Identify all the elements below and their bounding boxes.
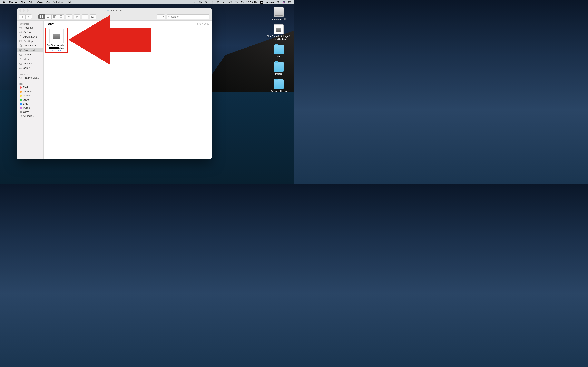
finder-sidebar: Favourites Recents AirDrop Applications …: [17, 21, 44, 159]
sidebar-item-admin[interactable]: admin: [17, 66, 43, 70]
tag-dot-icon: [20, 86, 22, 89]
time-machine-icon[interactable]: [205, 1, 208, 4]
app-name[interactable]: Finder: [9, 1, 17, 4]
menu-window[interactable]: Window: [53, 1, 63, 4]
sidebar-section-locations: Locations: [17, 72, 43, 76]
sidebar-item-recents[interactable]: Recents: [17, 25, 43, 30]
home-icon: [19, 67, 22, 70]
creative-cloud-icon[interactable]: [199, 1, 202, 4]
sidebar-tag-gray[interactable]: Gray: [17, 110, 43, 114]
sidebar-tag-purple[interactable]: Purple: [17, 106, 43, 110]
back-button[interactable]: [19, 15, 26, 19]
sidebar-item-pratiks-mac[interactable]: Pratik's Mac...: [17, 76, 43, 80]
file-item-bluestacks-installer[interactable]: BlueStacksInstaller_.dmg 617.1 MB: [45, 28, 68, 53]
desktop-icon-label: Macintosh HD: [272, 18, 286, 20]
desktop-icon-photos-folder[interactable]: Photos: [265, 62, 292, 75]
gallery-view-button[interactable]: [58, 15, 64, 19]
finder-content: Today Show Less BlueStacksInstaller_.dmg…: [44, 21, 212, 159]
search-input[interactable]: [171, 15, 208, 18]
bluetooth-icon[interactable]: [211, 1, 214, 4]
menu-help[interactable]: Help: [67, 1, 72, 4]
svg-rect-31: [68, 16, 68, 17]
text-input-icon[interactable]: A: [260, 1, 263, 4]
svg-rect-27: [61, 17, 61, 18]
clock-icon: [19, 26, 22, 29]
desktop-icon-relocated-folder[interactable]: Relocated Items: [265, 79, 292, 92]
list-view-button[interactable]: [45, 15, 52, 19]
svg-point-46: [21, 59, 21, 60]
window-titlebar[interactable]: Downloads: [17, 8, 212, 13]
desktop-icon-label: BlueStacksInstaller_4.210....f735.dmg: [267, 35, 291, 40]
sidebar-item-pictures[interactable]: Pictures: [17, 61, 43, 66]
path-dropdown[interactable]: [157, 15, 165, 19]
sidebar-item-label: Gray: [23, 110, 29, 113]
sidebar-item-label: Pictures: [24, 62, 33, 65]
sidebar-section-favourites: Favourites: [17, 22, 43, 25]
menu-edit[interactable]: Edit: [29, 1, 33, 4]
sidebar-tag-red[interactable]: Red: [17, 85, 43, 90]
desktop-icon-bluestacks-dmg[interactable]: BlueStacksInstaller_4.210....f735.dmg: [265, 25, 292, 40]
siri-icon[interactable]: [283, 1, 286, 4]
wifi-hotspot-icon[interactable]: [193, 1, 196, 4]
svg-rect-16: [42, 16, 43, 17]
fullscreen-button[interactable]: [27, 9, 29, 12]
sidebar-item-label: Red: [23, 86, 28, 89]
show-less-button[interactable]: Show Less: [197, 22, 209, 25]
sidebar-item-label: AirDrop: [24, 31, 32, 34]
sidebar-item-desktop[interactable]: Desktop: [17, 39, 43, 43]
sidebar-item-label: admin: [24, 67, 30, 69]
group-button[interactable]: [66, 15, 72, 19]
sidebar-item-documents[interactable]: Documents: [17, 43, 43, 48]
tag-dot-icon: [20, 107, 22, 109]
desktop-icons-container: Macintosh HD BlueStacksInstaller_4.210..…: [265, 7, 292, 92]
sidebar-tag-blue[interactable]: Blue: [17, 102, 43, 106]
file-size: 617.1 MB: [46, 50, 67, 52]
desktop-icon-label: Mac: [277, 55, 281, 58]
minimize-button[interactable]: [23, 9, 25, 12]
sidebar-item-movies[interactable]: Movies: [17, 52, 43, 57]
desktop-icon: [19, 40, 22, 43]
finder-toolbar: [17, 13, 212, 21]
sidebar-tag-orange[interactable]: Orange: [17, 90, 43, 94]
sidebar-item-downloads[interactable]: Downloads: [17, 48, 43, 52]
sidebar-item-label: Movies: [24, 53, 32, 56]
clock[interactable]: Thu 10:59 PM: [241, 1, 258, 4]
notification-center-icon[interactable]: [288, 1, 292, 4]
desktop-icon-macintosh-hd[interactable]: Macintosh HD: [265, 7, 292, 20]
svg-rect-22: [53, 16, 56, 18]
menu-file[interactable]: File: [21, 1, 25, 4]
volume-icon[interactable]: [223, 1, 226, 4]
sidebar-item-applications[interactable]: Applications: [17, 34, 43, 39]
share-button[interactable]: [82, 15, 88, 19]
sidebar-tag-yellow[interactable]: Yellow: [17, 94, 43, 98]
sidebar-item-label: Recents: [24, 26, 33, 29]
user-name[interactable]: Admin: [266, 1, 274, 4]
apple-menu-icon[interactable]: [2, 1, 5, 4]
finder-window: Downloads: [17, 8, 212, 159]
column-view-button[interactable]: [52, 15, 58, 19]
sidebar-all-tags[interactable]: All Tags...: [17, 114, 43, 118]
search-field[interactable]: [167, 15, 209, 19]
menu-view[interactable]: View: [37, 1, 43, 4]
battery-icon[interactable]: [235, 1, 238, 4]
close-button[interactable]: [19, 9, 21, 12]
desktop-icon-mac-folder[interactable]: Mac: [265, 45, 292, 58]
svg-rect-50: [20, 77, 22, 78]
menu-go[interactable]: Go: [46, 1, 50, 4]
section-title: Today: [46, 22, 54, 25]
desktop-icon-label: Photos: [275, 73, 282, 75]
sidebar-item-label: Purple: [23, 106, 30, 109]
forward-button[interactable]: [26, 15, 32, 19]
tags-button[interactable]: [90, 15, 96, 19]
sidebar-item-label: All Tags...: [23, 115, 34, 117]
sidebar-item-airdrop[interactable]: AirDrop: [17, 30, 43, 34]
spotlight-icon[interactable]: [277, 1, 280, 4]
sidebar-item-music[interactable]: Music: [17, 57, 43, 61]
action-button[interactable]: [74, 15, 80, 19]
sidebar-tag-green[interactable]: Green: [17, 98, 43, 102]
icon-view-button[interactable]: [38, 15, 45, 19]
apps-icon: [19, 35, 22, 38]
wifi-icon[interactable]: [217, 1, 220, 4]
svg-rect-40: [20, 40, 22, 42]
svg-rect-25: [60, 16, 62, 17]
